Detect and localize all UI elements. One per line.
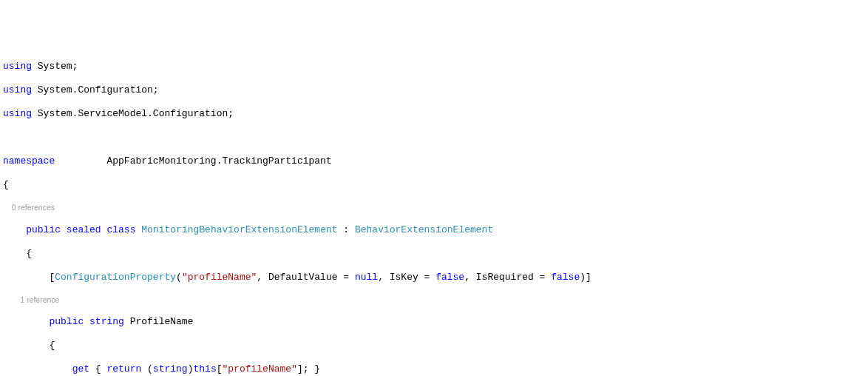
indent bbox=[3, 340, 49, 351]
blank-line bbox=[0, 132, 868, 144]
indent bbox=[3, 363, 72, 375]
text: [ bbox=[217, 363, 223, 375]
indent bbox=[3, 224, 26, 235]
indent bbox=[3, 272, 49, 283]
code-line: { bbox=[0, 340, 868, 352]
text bbox=[3, 295, 20, 304]
text: System; bbox=[32, 61, 78, 72]
keyword-sealed: sealed bbox=[67, 224, 101, 235]
keyword-false: false bbox=[435, 272, 464, 283]
string-literal: "profileName" bbox=[182, 272, 257, 283]
indent bbox=[3, 248, 26, 259]
text: , IsKey = bbox=[378, 272, 435, 283]
text bbox=[55, 155, 106, 167]
indent bbox=[3, 316, 49, 327]
text: , DefaultValue = bbox=[257, 272, 355, 283]
code-line: using System; bbox=[0, 61, 868, 73]
keyword-null: null bbox=[355, 272, 378, 283]
space bbox=[84, 316, 89, 327]
codelens-indicator[interactable]: 1 reference bbox=[0, 295, 868, 305]
text: ]; } bbox=[297, 363, 320, 375]
space bbox=[61, 224, 67, 235]
type-name: BehaviorExtensionElement bbox=[355, 224, 493, 235]
keyword-class: class bbox=[106, 224, 135, 235]
keyword-public: public bbox=[49, 316, 84, 327]
keyword-false: false bbox=[551, 272, 580, 283]
keyword-string: string bbox=[89, 316, 124, 327]
code-line: get { return (string)this["profileName"]… bbox=[0, 363, 868, 375]
code-line: using System.Configuration; bbox=[0, 84, 868, 96]
brace: { bbox=[49, 340, 55, 351]
code-line: [ConfigurationProperty("profileName", De… bbox=[0, 272, 868, 283]
keyword-this: this bbox=[193, 363, 216, 375]
code-editor[interactable]: using System; using System.Configuration… bbox=[0, 49, 868, 376]
type-name: ConfigurationProperty bbox=[55, 272, 176, 283]
code-line: public string ProfileName bbox=[0, 316, 868, 328]
text: System.ServiceModel.Configuration; bbox=[32, 108, 234, 119]
brace: { bbox=[26, 248, 32, 259]
property-name: ProfileName bbox=[124, 316, 194, 327]
type-name: MonitoringBehaviorExtensionElement bbox=[141, 224, 337, 235]
code-line: public sealed class MonitoringBehaviorEx… bbox=[0, 224, 868, 236]
codelens-indicator[interactable]: 0 references bbox=[0, 203, 868, 212]
codelens-text: 0 references bbox=[12, 203, 55, 212]
text: System.Configuration; bbox=[32, 84, 159, 95]
text bbox=[3, 203, 12, 212]
code-line: using System.ServiceModel.Configuration; bbox=[0, 108, 868, 120]
code-line: { bbox=[0, 248, 868, 260]
keyword-get: get bbox=[72, 363, 89, 375]
code-line: { bbox=[0, 179, 868, 191]
keyword-namespace: namespace bbox=[3, 155, 55, 167]
code-line: namespace AppFabricMonitoring.TrackingPa… bbox=[0, 155, 868, 167]
keyword-public: public bbox=[26, 224, 61, 235]
text: , IsRequired = bbox=[464, 272, 551, 283]
text: : bbox=[338, 224, 355, 235]
text: )] bbox=[580, 272, 591, 283]
text: ( bbox=[176, 272, 182, 283]
keyword-using: using bbox=[3, 61, 32, 72]
brace: { bbox=[3, 179, 9, 190]
text: ( bbox=[141, 363, 153, 375]
codelens-text: 1 reference bbox=[20, 295, 59, 304]
keyword-using: using bbox=[3, 108, 32, 119]
keyword-return: return bbox=[106, 363, 141, 375]
keyword-string: string bbox=[153, 363, 188, 375]
text: { bbox=[89, 363, 106, 375]
string-literal: "profileName" bbox=[223, 363, 297, 375]
namespace-name: AppFabricMonitoring.TrackingParticipant bbox=[106, 155, 331, 167]
keyword-using: using bbox=[3, 84, 32, 95]
